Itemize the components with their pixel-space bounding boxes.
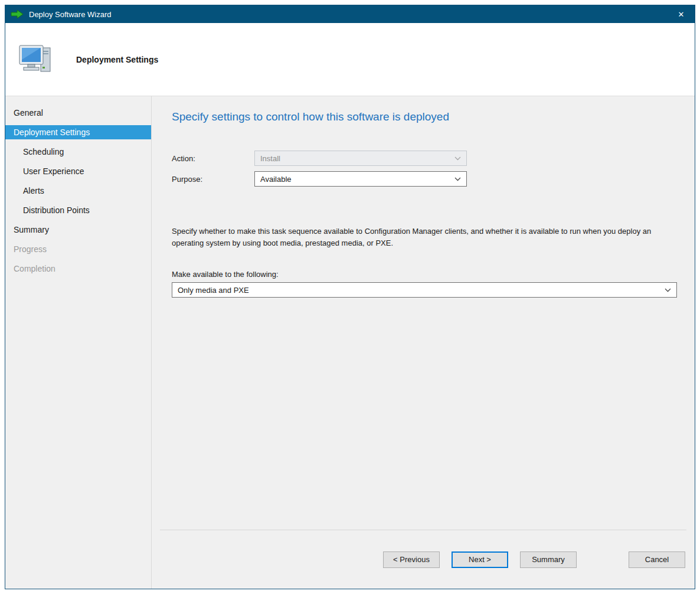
- purpose-row: Purpose: Available: [172, 171, 676, 187]
- title-bar: Deploy Software Wizard ✕: [5, 5, 695, 23]
- purpose-value: Available: [260, 175, 292, 184]
- wizard-body: General Deployment Settings Scheduling U…: [5, 96, 695, 589]
- action-row: Action: Install: [172, 151, 676, 166]
- deploy-software-wizard-window: Deploy Software Wizard ✕ Deployment Sett…: [5, 5, 695, 589]
- close-icon[interactable]: ✕: [668, 5, 695, 23]
- wizard-nav-sidebar: General Deployment Settings Scheduling U…: [5, 96, 152, 589]
- content-heading: Specify settings to control how this sof…: [172, 110, 676, 123]
- cancel-button[interactable]: Cancel: [629, 551, 685, 568]
- page-title: Deployment Settings: [76, 55, 158, 64]
- sidebar-item-progress: Progress: [5, 242, 151, 256]
- make-available-dropdown[interactable]: Only media and PXE: [172, 282, 677, 298]
- window-title: Deploy Software Wizard: [29, 10, 668, 19]
- chevron-down-icon: [454, 156, 461, 161]
- description-text: Specify whether to make this task sequen…: [172, 226, 662, 249]
- sidebar-item-deployment-settings[interactable]: Deployment Settings: [5, 125, 151, 139]
- sidebar-item-user-experience[interactable]: User Experience: [5, 164, 151, 178]
- content-column: Specify settings to control how this sof…: [152, 96, 695, 589]
- chevron-down-icon: [454, 177, 461, 181]
- deployment-settings-page: Specify settings to control how this sof…: [152, 96, 695, 530]
- sidebar-item-scheduling[interactable]: Scheduling: [5, 145, 151, 159]
- summary-button[interactable]: Summary: [520, 551, 577, 568]
- sidebar-item-completion: Completion: [5, 262, 151, 276]
- wizard-header: Deployment Settings: [5, 23, 695, 96]
- make-available-label: Make available to the following:: [172, 270, 676, 279]
- wizard-green-arrow-icon: [11, 9, 24, 19]
- sidebar-item-general[interactable]: General: [5, 106, 151, 120]
- action-dropdown: Install: [254, 151, 467, 166]
- purpose-dropdown[interactable]: Available: [254, 171, 467, 187]
- wizard-footer: < Previous Next > Summary Cancel: [160, 530, 686, 589]
- previous-button[interactable]: < Previous: [383, 551, 440, 568]
- chevron-down-icon: [665, 288, 671, 292]
- sidebar-item-distribution-points[interactable]: Distribution Points: [5, 203, 151, 217]
- action-label: Action:: [172, 154, 254, 163]
- sidebar-item-summary[interactable]: Summary: [5, 223, 151, 237]
- next-button[interactable]: Next >: [452, 551, 508, 568]
- make-available-value: Only media and PXE: [178, 286, 249, 295]
- computer-icon: [18, 44, 53, 75]
- sidebar-item-alerts[interactable]: Alerts: [5, 184, 151, 198]
- purpose-label: Purpose:: [172, 175, 254, 184]
- action-value: Install: [260, 154, 280, 163]
